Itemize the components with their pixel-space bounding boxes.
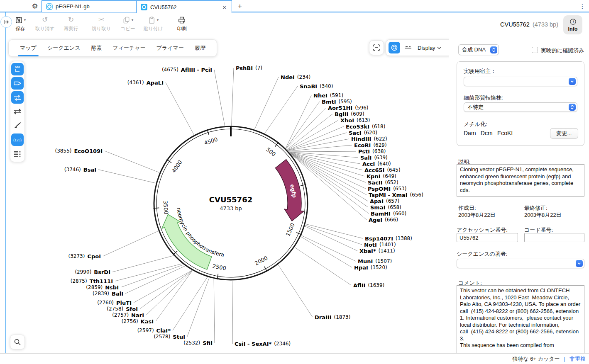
show-numbering-toggle[interactable]: (123) — [11, 133, 24, 146]
accession-input[interactable] — [457, 233, 518, 242]
enzyme-label[interactable]: (2875) Tth111I — [71, 278, 113, 284]
stepper-icon — [569, 104, 576, 111]
enzyme-label[interactable]: (2532) SfiI — [183, 340, 213, 346]
expand-sidebar-button[interactable] — [0, 16, 12, 28]
enzyme-label[interactable]: (2859) NsbI — [86, 284, 119, 291]
enzyme-label[interactable]: ApaI (657) — [370, 198, 399, 204]
linear-view-button[interactable] — [402, 42, 414, 53]
enzyme-label[interactable]: HindIII (622) — [351, 136, 387, 142]
change-methylation-button[interactable]: 変更... — [550, 128, 578, 138]
enzyme-label[interactable]: NheI (591) — [313, 92, 343, 99]
enzyme-label[interactable]: MunI (1507) — [358, 258, 392, 265]
enzyme-label[interactable]: BglII (609) — [335, 111, 364, 117]
description-textarea[interactable]: Cloning vector pEGFP-N1, complete sequen… — [457, 164, 584, 197]
document-length: (4733 bp) — [533, 21, 558, 28]
enzyme-label[interactable]: (2578) StuI — [154, 334, 185, 340]
enzyme-label[interactable]: PshBI (7) — [236, 65, 262, 71]
enzyme-label[interactable]: (2760) PluTI — [97, 300, 132, 306]
enzyme-label[interactable]: SmaI (658) — [370, 204, 401, 211]
enzyme-label[interactable]: SalI (639) — [360, 155, 388, 161]
new-tab-button[interactable]: + — [235, 1, 245, 11]
enzyme-label[interactable]: (2839) BalI — [93, 291, 123, 297]
copy-dropdown-caret[interactable]: ▾ — [132, 18, 134, 22]
show-translations-toggle[interactable] — [11, 105, 24, 118]
tab-sequence[interactable]: シークエンス — [42, 40, 86, 56]
enzyme-label[interactable]: (3855) EcoO109I — [55, 148, 103, 154]
enzyme-label[interactable]: XhoI (613) — [340, 117, 370, 124]
experimentally-confirmed-checkbox[interactable] — [532, 47, 538, 53]
enzyme-label[interactable]: NdeI (234) — [281, 74, 310, 80]
enzyme-label[interactable]: (4361) ApaLI — [127, 80, 164, 86]
enzyme-label[interactable]: (3273) CpoI — [68, 253, 101, 260]
enzyme-label[interactable]: Eco53kI (618) — [346, 124, 385, 130]
enzyme-label[interactable]: (2756) KasI — [122, 318, 154, 325]
enzyme-label[interactable]: XbaI* (1411) — [359, 248, 395, 254]
paste-button[interactable]: ▾ 貼り付け — [141, 15, 166, 32]
enzyme-label[interactable]: Aor51HI (596) — [328, 105, 369, 111]
enzyme-label[interactable]: AccI (640) — [362, 161, 391, 167]
enzyme-label[interactable]: BmtI (595) — [322, 99, 352, 105]
code-number-input[interactable] — [524, 233, 584, 242]
redo-button[interactable]: ↻ 再実行 — [59, 15, 83, 32]
enzyme-label[interactable]: (3746) BsaI — [64, 167, 96, 173]
enzyme-label[interactable]: (2757) NarI — [112, 312, 144, 318]
enzyme-label[interactable]: DraIII (1873) — [315, 314, 350, 320]
cut-button[interactable]: ✂ 切り取り — [89, 15, 114, 32]
settings-gear-icon[interactable]: ⚙ — [30, 1, 40, 11]
print-button[interactable]: 印刷 — [169, 15, 194, 32]
paste-dropdown-caret[interactable]: ▾ — [157, 18, 159, 22]
enzyme-label[interactable]: (4675) AflIII - PciI — [162, 67, 212, 73]
overflow-menu-icon[interactable]: ⋮ — [578, 2, 587, 11]
close-tab-icon[interactable]: × — [221, 4, 227, 11]
status-bar: 独特な 6+ カッター | 非重複 — [0, 353, 589, 364]
document-tab-cvu55762[interactable]: CVU55762 × — [136, 0, 232, 13]
tab-features[interactable]: フィーチャー — [107, 40, 151, 56]
host-combobox[interactable] — [464, 77, 577, 86]
enzyme-label[interactable]: Bsp1407I (1388) — [365, 235, 412, 242]
enzyme-label[interactable]: AflII (1639) — [353, 282, 384, 289]
enzyme-label[interactable]: HpaI (1520) — [354, 265, 387, 271]
enzyme-label[interactable]: BamHI (660) — [371, 211, 406, 217]
appearance-brush-button[interactable] — [11, 119, 24, 132]
map-search-button[interactable] — [10, 335, 25, 349]
enzyme-label[interactable]: (2597) ClaI* — [137, 328, 171, 334]
enzyme-label[interactable]: TspMI - XmaI (656) — [369, 192, 423, 198]
enzyme-label[interactable]: AgeI (666) — [369, 217, 398, 223]
tab-map[interactable]: マップ — [15, 40, 42, 56]
comment-textarea[interactable]: This vector can be obtained from CLONTEC… — [457, 285, 584, 353]
enzyme-label[interactable]: SacII (652) — [368, 180, 398, 186]
enzyme-label[interactable]: NotI (1401) — [364, 242, 396, 248]
show-features-toggle[interactable] — [11, 77, 24, 90]
undo-button[interactable]: ↺ 取り消す — [32, 15, 57, 32]
enzyme-label[interactable]: CsiI - SexAI* (2346) — [235, 341, 291, 347]
display-controls: Display — [386, 39, 453, 56]
show-enzymes-toggle[interactable]: SalI — [11, 63, 24, 75]
copy-button[interactable]: ▾ コピー — [115, 15, 140, 32]
feature-arrow-1[interactable] — [162, 214, 212, 269]
authors-combobox[interactable] — [457, 259, 584, 268]
info-button[interactable]: i Info — [563, 15, 582, 34]
enzyme-label[interactable]: EcoRI (629) — [354, 142, 387, 148]
enzyme-label[interactable]: Acc65I (645) — [364, 167, 401, 173]
save-dropdown-caret[interactable]: ▾ — [24, 18, 26, 22]
strain-select[interactable]: 不特定 — [464, 102, 577, 112]
show-primers-toggle[interactable] — [11, 91, 24, 104]
show-details-toggle[interactable] — [11, 148, 24, 160]
enzyme-label[interactable]: KpnI (649) — [367, 173, 396, 180]
tab-enzymes[interactable]: 酵素 — [86, 40, 107, 56]
tab-history[interactable]: 履歴 — [189, 40, 211, 56]
nonredundant-link[interactable]: 非重複 — [569, 355, 586, 363]
enzyme-label[interactable]: (2990) BsrDI — [75, 269, 110, 275]
circular-view-button[interactable] — [389, 42, 400, 53]
enzyme-leader-line — [232, 281, 233, 344]
display-dropdown[interactable]: Display — [418, 45, 441, 51]
document-tab-pegfp[interactable]: pEGFP-N1.gb — [42, 0, 136, 12]
fit-to-view-button[interactable] — [369, 40, 384, 55]
enzyme-label[interactable]: PstI (638) — [358, 148, 386, 155]
dna-type-select[interactable]: 合成 DNA — [458, 44, 499, 55]
enzyme-label[interactable]: SacI (620) — [349, 130, 377, 136]
tab-primers[interactable]: プライマー — [151, 40, 189, 56]
enzyme-label[interactable]: PspOMI (653) — [368, 186, 406, 192]
enzyme-label[interactable]: SnaBI (340) — [300, 83, 333, 90]
enzyme-label[interactable]: (2758) SfoI — [107, 306, 138, 312]
